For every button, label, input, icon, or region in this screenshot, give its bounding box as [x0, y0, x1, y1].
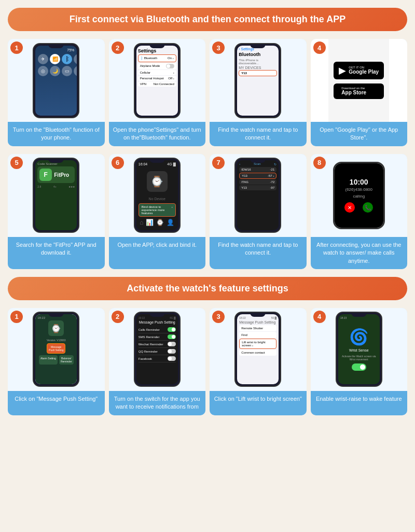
bottom-step-3-number: 3 [212, 311, 225, 323]
bottom-step-2-card: 2 19:22 4G ▓ Message Push Setting Calls … [109, 308, 206, 415]
phone-screen-1: 75% ✈ 📶 ᛒ ↻ ◎ 🌙 ▭ 📡 [35, 46, 77, 116]
notif-wechat-label: Wechat Reminder [139, 343, 163, 346]
watch-decline-button[interactable]: ✕ [344, 202, 355, 213]
cc-grid: ✈ 📶 ᛒ ↻ [38, 54, 74, 64]
notif-sms-toggle[interactable] [168, 334, 176, 339]
step-3-desc: Find the watch name and tap to connect i… [210, 122, 307, 146]
phone-mockup-b1: 18:22 ⌚ Version: V13663 MessagePush Sett… [33, 312, 79, 387]
cc-grid-2: ◎ 🌙 ▭ 📡 [38, 66, 74, 76]
lift-wrist-label: Lift wrist to bright screen [242, 341, 265, 347]
device-icon: ⌚ [156, 219, 164, 226]
scan-device-y13: Y13 -57 › [239, 173, 276, 179]
cellular-setting-row: Cellular › [138, 70, 176, 75]
b4-time: 18:23 [340, 316, 347, 319]
bottom-step-1-number: 1 [10, 311, 23, 323]
airplane-label: Airplane Mode [140, 64, 160, 67]
b1-msg-push-btn[interactable]: MessagePush Setting [47, 343, 65, 354]
phone-notch-2 [149, 44, 165, 48]
steps-row-1: 1 75% ✈ 📶 ᛒ ↻ ◎ 🌙 [8, 39, 407, 146]
phone-notch-b1 [48, 313, 64, 317]
b1-alarm-btn[interactable]: Alarm Setting [39, 355, 58, 365]
fitpro-stats: 2.8 4+ ★★★ [37, 185, 75, 188]
google-play-button[interactable]: ▶ GET IT ON Google Play [334, 62, 384, 79]
app-stores-container: ▶ GET IT ON Google Play Download on the … [328, 39, 389, 122]
scan-device-itag: ITAG -72 [239, 179, 276, 185]
wrist-toggle[interactable] [352, 363, 366, 371]
phone-screen-7: ‹ Scan ↻ IDW16 -21 Y13 -57 › [237, 160, 279, 230]
bottom-step-2-desc: Turn on the switch for the app you want … [109, 391, 206, 415]
section2-header-text: Activate the watch's feature settings [127, 283, 288, 293]
profile-icon: 👤 [167, 219, 174, 226]
scan-back: ‹ [239, 162, 240, 166]
watch-answer-button[interactable]: 📞 [363, 202, 373, 213]
cellular-arrow: › [173, 71, 174, 74]
notif-calls-toggle[interactable] [168, 327, 176, 332]
notif-qq-toggle[interactable] [168, 349, 176, 354]
bottom-step-4-card: 4 18:23 🌀 Wrist Sense Activate the Watch… [311, 308, 408, 415]
fitpro-downloads: 2.8 [37, 185, 41, 188]
section2-header: Activate the watch's feature settings [8, 277, 407, 300]
bluetooth-value: On › [168, 57, 174, 60]
app-store-button[interactable]: Download on the App Store [334, 83, 384, 99]
scan-nav: ‹ Scan ↻ [239, 162, 276, 166]
lift-wrist-arrow: › [252, 344, 253, 347]
scan-device-itag-name: ITAG [241, 180, 248, 184]
notif-time: 19:22 [139, 316, 145, 319]
hotspot-label: Personal Hotspot [140, 77, 164, 80]
hotspot-icon: 📡 [74, 66, 77, 76]
step-1-desc: Turn on the "Bluetooth" function of your… [8, 122, 105, 146]
phone-notch-1 [48, 44, 64, 48]
step-5-image: 5 Code Scanner F FitPro 2.8 [8, 154, 105, 237]
phone-screen-3: ‹ Settings Bluetooth This iPhone is disc… [237, 46, 279, 116]
notif-calls-label: Calls Reminder [139, 328, 160, 331]
phone-screen-b3: 18:22 50 ▓ Message Push Setting Remote S… [237, 314, 279, 384]
notif-sms-row: SMS Reminder [139, 333, 176, 341]
airplane-toggle [166, 64, 174, 68]
notif-wechat-toggle[interactable] [168, 342, 176, 346]
phone-notch-b2 [149, 313, 165, 317]
notif-fb-toggle[interactable] [168, 356, 176, 361]
phone-notch-6 [149, 159, 165, 163]
phone-screen-5: Code Scanner F FitPro 2.8 4+ ★★★ [35, 160, 77, 230]
bluetooth-setting-row: ᛒ Bluetooth On › [138, 54, 176, 62]
airplane-icon: ✈ [38, 54, 48, 64]
focus-icon: ◎ [38, 66, 48, 76]
notif-sms-label: SMS Reminder [139, 335, 160, 339]
step-8-image: 8 10:00 (626)438-0800 calling ✕ 📞 [311, 154, 408, 237]
bind-device-button[interactable]: Bind device to experience more features … [139, 203, 176, 217]
wrist-description: Activate the Watch screen via Wrist move… [340, 355, 378, 361]
bt-device-y13: Y13 [239, 70, 277, 76]
lift-remote-label: Remote Shutter [241, 327, 263, 330]
phone-mockup-5: Code Scanner F FitPro 2.8 4+ ★★★ [33, 158, 79, 233]
lift-contact-label: Common contact [241, 351, 265, 354]
step-6-number: 6 [112, 157, 124, 169]
step-3-image: 3 ‹ Settings Bluetooth This iPhone is di… [210, 39, 307, 122]
steps-row-3: 1 18:22 ⌚ Version: V13663 MessagePush S [8, 308, 407, 415]
lift-row-remote: Remote Shutter [239, 325, 276, 331]
bind-status: 4G ▓ [167, 162, 175, 166]
wrist-screen: 18:23 🌀 Wrist Sense Activate the Watch s… [338, 314, 380, 384]
bottom-step-4-number: 4 [313, 311, 326, 323]
airplane-setting-row: Airplane Mode [138, 63, 176, 69]
lift-row-wrist[interactable]: Lift wrist to bright screen › [239, 339, 276, 349]
phone-mockup-1: 75% ✈ 📶 ᛒ ↻ ◎ 🌙 ▭ 📡 [33, 43, 79, 118]
watch-caller-number: (626)438-0800 [345, 187, 372, 192]
wrist-sense-title: Wrist Sense [349, 348, 369, 352]
hotspot-value: Off › [168, 77, 174, 80]
watch-call-buttons: ✕ 📞 [344, 202, 373, 213]
step-3-card: 3 ‹ Settings Bluetooth This iPhone is di… [210, 39, 307, 146]
step-8-desc: After connecting, you can use the watch … [311, 237, 408, 269]
bind-arrow: › [172, 205, 173, 215]
phone-mockup-b4: 18:23 🌀 Wrist Sense Activate the Watch s… [336, 312, 382, 387]
b1-balance-btn[interactable]: Balance/Reminder [59, 355, 74, 365]
lift-find-label: Find [241, 333, 247, 337]
scan-device-idw16: IDW16 -21 [239, 167, 276, 172]
step-3-number: 3 [212, 41, 225, 54]
bind-bottom-icons: ⌂ 📊 ⌚ 👤 [139, 219, 176, 226]
phone-mockup-2: Settings ᛒ Bluetooth On › Airplane Mode [134, 43, 181, 118]
phone-mockup-6: 16:04 4G ▓ ⌚ No Device Bind device to ex… [134, 158, 181, 233]
fitpro-rating-icon: ★★★ [68, 185, 75, 188]
vpn-setting-row: VPN Not Connected [138, 81, 176, 87]
notif-screen: 19:22 4G ▓ Message Push Setting Calls Re… [136, 314, 178, 384]
notif-calls-row: Calls Reminder [139, 326, 176, 333]
